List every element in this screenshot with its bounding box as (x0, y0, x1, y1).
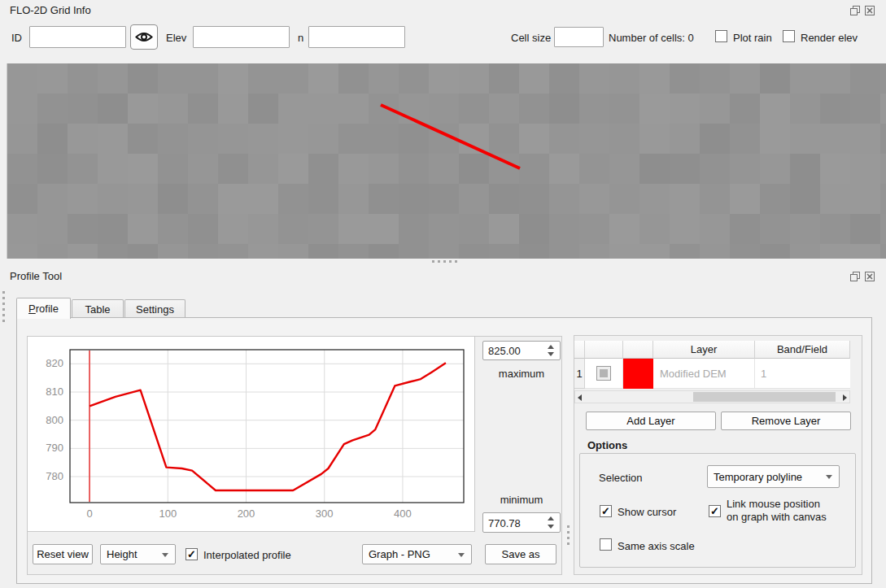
tab-label: Profile (28, 303, 59, 315)
svg-text:820: 820 (46, 357, 63, 369)
checkbox-fill (600, 369, 608, 377)
graph-format-dropdown[interactable]: Graph - PNG (362, 544, 472, 564)
eye-button[interactable] (130, 24, 158, 50)
options-title: Options (587, 439, 627, 451)
chevron-down-icon (826, 475, 832, 479)
id-label: ID (11, 32, 22, 44)
save-as-button[interactable]: Save as (485, 544, 556, 564)
remove-layer-button[interactable]: Remove Layer (721, 412, 851, 430)
show-cursor-label: Show cursor (618, 506, 676, 518)
layer-name-cell[interactable]: Modified DEM (653, 359, 755, 389)
minimum-value: 770.78 (488, 516, 521, 529)
dem-raster (7, 63, 886, 259)
eye-icon (135, 31, 153, 43)
plot-rain-label: Plot rain (733, 32, 772, 44)
svg-text:200: 200 (238, 507, 255, 520)
render-elev-label: Render elev (801, 32, 858, 44)
height-dropdown[interactable]: Height (100, 544, 176, 564)
graph-format-value: Graph - PNG (369, 548, 430, 560)
spin-up-icon[interactable] (548, 345, 554, 349)
header-label: Layer (691, 343, 718, 355)
interpolated-profile-checkbox[interactable]: ✓ (185, 548, 198, 560)
header-label: Band/Field (777, 343, 827, 355)
float-dock-icon[interactable] (849, 271, 861, 282)
height-dropdown-value: Height (107, 548, 137, 560)
table-header-color[interactable] (623, 341, 653, 359)
layer-visible-cell[interactable] (585, 359, 623, 389)
spin-down-icon[interactable] (548, 352, 554, 356)
row-number-cell: 1 (574, 359, 585, 389)
tab-profile[interactable]: Profile (16, 298, 71, 319)
map-canvas[interactable] (7, 63, 886, 259)
profile-tool-dock-title: Profile Tool (10, 270, 62, 282)
svg-text:0: 0 (86, 507, 92, 520)
vertical-splitter-handle[interactable] (567, 525, 570, 545)
band-field-cell[interactable]: 1 (755, 359, 850, 389)
elev-label: Elev (166, 32, 186, 44)
tab-settings[interactable]: Settings (124, 299, 185, 318)
selection-dropdown[interactable]: Temporary polyline (707, 465, 840, 488)
svg-text:400: 400 (394, 507, 412, 520)
link-mouse-label-line2: on graph with canvas (727, 511, 827, 524)
profile-chart[interactable]: 0100200300400780790800810820 (28, 337, 475, 532)
horizontal-splitter-handle[interactable] (432, 260, 457, 263)
table-header-band-field[interactable]: Band/Field (755, 341, 850, 359)
same-axis-scale-checkbox[interactable] (600, 538, 612, 551)
selection-label: Selection (599, 472, 642, 484)
layer-name: Modified DEM (660, 368, 727, 380)
tab-table[interactable]: Table (72, 299, 124, 318)
table-header-visibility[interactable] (585, 341, 623, 359)
elev-input[interactable] (193, 26, 290, 48)
interpolated-profile-label: Interpolated profile (203, 549, 291, 561)
add-layer-label: Add Layer (626, 415, 674, 427)
chevron-down-icon (458, 553, 465, 557)
dock-drag-handle[interactable] (2, 291, 5, 322)
maximum-spinbox[interactable]: 825.00 (482, 341, 561, 360)
spin-up-icon[interactable] (548, 516, 554, 520)
scrollbar-thumb[interactable] (693, 392, 836, 402)
cell-size-label: Cell size (511, 32, 551, 44)
reset-view-button[interactable]: Reset view (33, 544, 93, 564)
minimum-spinbox[interactable]: 770.78 (482, 512, 561, 533)
svg-text:810: 810 (46, 385, 63, 398)
same-axis-scale-label: Same axis scale (618, 540, 695, 552)
reset-view-label: Reset view (37, 548, 89, 560)
show-cursor-checkbox[interactable]: ✓ (600, 505, 612, 517)
layer-color-swatch[interactable] (623, 359, 653, 389)
plot-rain-checkbox[interactable] (715, 30, 727, 42)
spin-down-icon[interactable] (548, 525, 554, 529)
row-number: 1 (576, 368, 582, 380)
close-dock-icon[interactable] (864, 5, 875, 16)
svg-text:300: 300 (316, 507, 334, 520)
table-corner-cell (574, 341, 585, 359)
table-header-layer[interactable]: Layer (653, 341, 755, 359)
tab-label: Settings (136, 303, 174, 316)
close-dock-icon[interactable] (864, 271, 875, 282)
svg-text:780: 780 (46, 470, 63, 482)
render-elev-checkbox[interactable] (783, 30, 795, 42)
selection-dropdown-value: Temporary polyline (714, 471, 802, 483)
link-mouse-label: Link mouse position on graph with canvas (727, 498, 827, 524)
n-label: n (298, 32, 303, 44)
save-as-label: Save as (502, 548, 540, 560)
id-input[interactable] (29, 26, 126, 48)
grid-info-dock-title: FLO-2D Grid Info (10, 4, 91, 16)
float-dock-icon[interactable] (849, 5, 861, 16)
cell-size-input[interactable] (554, 27, 604, 47)
n-input[interactable] (308, 26, 405, 48)
maximum-label: maximum (482, 368, 561, 380)
minimum-label: minimum (482, 494, 561, 506)
link-mouse-label-line1: Link mouse position (727, 498, 827, 511)
layer-visible-checkbox[interactable] (596, 366, 611, 381)
link-mouse-checkbox[interactable]: ✓ (709, 505, 721, 517)
app-window: FLO-2D Grid Info ID Elev n Cell size Num… (0, 0, 886, 588)
scroll-left-icon[interactable] (578, 394, 582, 401)
maximum-value: 825.00 (488, 345, 521, 357)
number-of-cells-label: Number of cells: 0 (609, 32, 694, 44)
table-hscrollbar[interactable] (574, 390, 850, 403)
add-layer-button[interactable]: Add Layer (586, 412, 716, 430)
svg-text:790: 790 (46, 442, 63, 454)
scroll-right-icon[interactable] (843, 394, 847, 401)
band-field-value: 1 (761, 368, 766, 380)
chevron-down-icon (162, 553, 168, 557)
